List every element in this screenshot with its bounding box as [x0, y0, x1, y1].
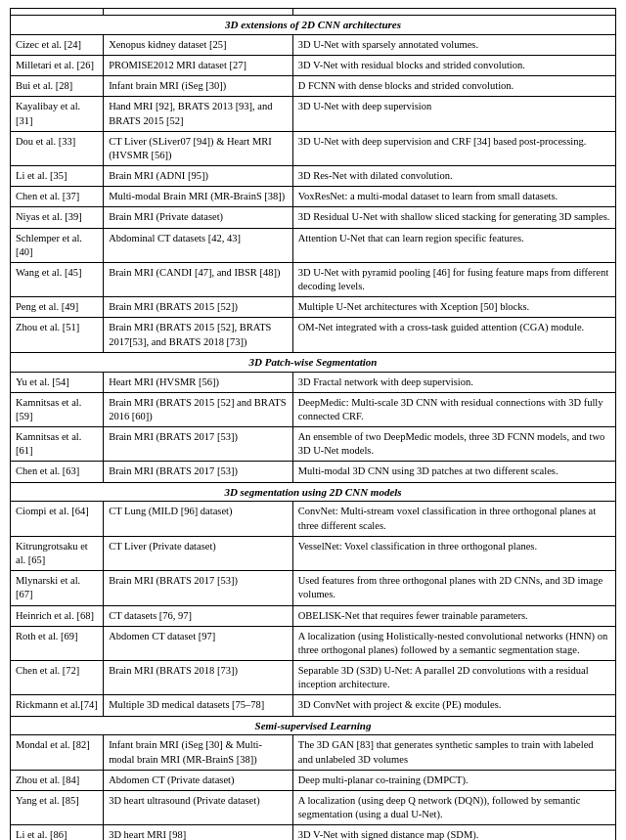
cell-reference: Bui et al. [28] [11, 76, 104, 97]
cell-remarks: Multiple U-Net architectures with Xcepti… [292, 297, 615, 318]
cell-dataset: Hand MRI [92], BRATS 2013 [93], and BRAT… [104, 97, 293, 131]
cell-reference: Chen et al. [72] [11, 661, 104, 695]
cell-reference: Li et al. [86] [11, 825, 104, 840]
cell-dataset: Brain MRI (BRATS 2018 [73]) [104, 661, 293, 695]
cell-remarks: 3D ConvNet with project & excite (PE) mo… [292, 695, 615, 716]
cell-remarks: Attention U-Net that can learn region sp… [292, 228, 615, 262]
cell-reference: Chen et al. [37] [11, 187, 104, 207]
cell-dataset: PROMISE2012 MRI dataset [27] [104, 56, 293, 76]
table-row: Zhou et al. [84]Abdomen CT (Private data… [11, 770, 616, 790]
table-row: Chen et al. [63]Brain MRI (BRATS 2017 [5… [11, 462, 616, 482]
cell-reference: Ciompi et al. [64] [11, 502, 104, 536]
cell-reference: Rickmann et al.[74] [11, 695, 104, 716]
section-header-0: 3D extensions of 2D CNN architectures [11, 16, 616, 35]
cell-remarks: VoxResNet: a multi-modal dataset to lear… [292, 187, 615, 207]
section-header-1: 3D Patch-wise Segmentation [11, 352, 616, 372]
cell-reference: Zhou et al. [51] [11, 318, 104, 352]
table-row: Zhou et al. [51]Brain MRI (BRATS 2015 [5… [11, 318, 616, 352]
cell-reference: Milletari et al. [26] [11, 56, 104, 76]
table-row: Peng et al. [49]Brain MRI (BRATS 2015 [5… [11, 297, 616, 318]
table-row: Niyas et al. [39]Brain MRI (Private data… [11, 207, 616, 228]
table-row: Kamnitsas et al. [61]Brain MRI (BRATS 20… [11, 427, 616, 462]
cell-remarks: Separable 3D (S3D) U-Net: A parallel 2D … [292, 661, 615, 695]
cell-remarks: ConvNet: Multi-stream voxel classificati… [292, 502, 615, 536]
cell-reference: Yang et al. [85] [11, 790, 104, 824]
table-row: Roth et al. [69]Abdomen CT dataset [97]A… [11, 626, 616, 660]
cell-remarks: An ensemble of two DeepMedic models, thr… [292, 427, 615, 462]
cell-reference: Schlemper et al. [40] [11, 228, 104, 262]
cell-remarks: DeepMedic: Multi-scale 3D CNN with resid… [292, 392, 615, 426]
table-row: Heinrich et al. [68]CT datasets [76, 97]… [11, 605, 616, 626]
cell-reference: Chen et al. [63] [11, 462, 104, 482]
cell-remarks: A localization (using Holistically-neste… [292, 626, 615, 660]
cell-reference: Kamnitsas et al. [61] [11, 427, 104, 462]
table-row: Kitrungrotsaku et al. [65]CT Liver (Priv… [11, 536, 616, 570]
cell-remarks: Used features from three orthogonal plan… [292, 571, 615, 605]
cell-dataset: Brain MRI (CANDI [47], and IBSR [48]) [104, 262, 293, 296]
table-row: Milletari et al. [26]PROMISE2012 MRI dat… [11, 56, 616, 76]
cell-reference: Peng et al. [49] [11, 297, 104, 318]
cell-dataset: Heart MRI (HVSMR [56]) [104, 372, 293, 392]
table-row: Mlynarski et al. [67]Brain MRI (BRATS 20… [11, 571, 616, 605]
cell-reference: Kitrungrotsaku et al. [65] [11, 536, 104, 570]
cell-remarks: VesselNet: Voxel classification in three… [292, 536, 615, 570]
cell-reference: Niyas et al. [39] [11, 207, 104, 228]
cell-reference: Mlynarski et al. [67] [11, 571, 104, 605]
cell-reference: Kamnitsas et al. [59] [11, 392, 104, 426]
cell-dataset: Brain MRI (BRATS 2017 [53]) [104, 427, 293, 462]
cell-dataset: Abdomen CT dataset [97] [104, 626, 293, 660]
col-remarks [292, 9, 615, 16]
cell-remarks: 3D U-Net with pyramid pooling [46] for f… [292, 262, 615, 296]
cell-remarks: The 3D GAN [83] that generates synthetic… [292, 735, 615, 770]
cell-remarks: OBELISK-Net that requires fewer trainabl… [292, 605, 615, 626]
cell-reference: Roth et al. [69] [11, 626, 104, 660]
cell-reference: Li et al. [35] [11, 166, 104, 187]
cell-dataset: Infant brain MRI (iSeg [30]) [104, 76, 293, 97]
cell-remarks: Multi-modal 3D CNN using 3D patches at t… [292, 462, 615, 482]
section-header-3: Semi-supervised Learning [11, 716, 616, 735]
cell-dataset: Brain MRI (BRATS 2015 [52], BRATS 2017[5… [104, 318, 293, 352]
cell-dataset: Abdominal CT datasets [42, 43] [104, 228, 293, 262]
table-row: Dou et al. [33]CT Liver (SLiver07 [94]) … [11, 131, 616, 165]
table-row: Chen et al. [37]Multi-modal Brain MRI (M… [11, 187, 616, 207]
cell-dataset: Brain MRI (BRATS 2015 [52]) [104, 297, 293, 318]
table-row: Mondal et al. [82]Infant brain MRI (iSeg… [11, 735, 616, 770]
cell-dataset: Brain MRI (Private dataset) [104, 207, 293, 228]
section-header-2: 3D segmentation using 2D CNN models [11, 482, 616, 502]
table-row: Kayalibay et al. [31]Hand MRI [92], BRAT… [11, 97, 616, 131]
cell-remarks: 3D U-Net with deep supervision and CRF [… [292, 131, 615, 165]
cell-remarks: 3D U-Net with deep supervision [292, 97, 615, 131]
cell-reference: Dou et al. [33] [11, 131, 104, 165]
cell-remarks: OM-Net integrated with a cross-task guid… [292, 318, 615, 352]
cell-dataset: Brain MRI (BRATS 2015 [52] and BRATS 201… [104, 392, 293, 426]
cell-dataset: CT Liver (SLiver07 [94]) & Heart MRI (HV… [104, 131, 293, 165]
cell-remarks: 3D V-Net with residual blocks and stride… [292, 56, 615, 76]
cell-reference: Wang et al. [45] [11, 262, 104, 296]
cell-reference: Yu et al. [54] [11, 372, 104, 392]
cell-dataset: 3D heart MRI [98] [104, 825, 293, 840]
col-reference [11, 9, 104, 16]
table-row: Bui et al. [28]Infant brain MRI (iSeg [3… [11, 76, 616, 97]
cell-remarks: A localization (using deep Q network (DQ… [292, 790, 615, 824]
table-row: Wang et al. [45]Brain MRI (CANDI [47], a… [11, 262, 616, 296]
cell-dataset: CT datasets [76, 97] [104, 605, 293, 626]
cell-dataset: 3D heart ultrasound (Private dataset) [104, 790, 293, 824]
cell-dataset: Infant brain MRI (iSeg [30] & Multi-moda… [104, 735, 293, 770]
cell-remarks: 3D U-Net with sparsely annotated volumes… [292, 34, 615, 55]
cell-reference: Zhou et al. [84] [11, 770, 104, 790]
cell-remarks: 3D Res-Net with dilated convolution. [292, 166, 615, 187]
cell-reference: Kayalibay et al. [31] [11, 97, 104, 131]
table-row: Kamnitsas et al. [59]Brain MRI (BRATS 20… [11, 392, 616, 426]
cell-dataset: Multiple 3D medical datasets [75–78] [104, 695, 293, 716]
table-row: Yang et al. [85]3D heart ultrasound (Pri… [11, 790, 616, 824]
table-row: Li et al. [86]3D heart MRI [98]3D V-Net … [11, 825, 616, 840]
table-row: Chen et al. [72]Brain MRI (BRATS 2018 [7… [11, 661, 616, 695]
cell-remarks: D FCNN with dense blocks and strided con… [292, 76, 615, 97]
cell-dataset: Brain MRI (BRATS 2017 [53]) [104, 571, 293, 605]
cell-dataset: Abdomen CT (Private dataset) [104, 770, 293, 790]
table-row: Schlemper et al. [40]Abdominal CT datase… [11, 228, 616, 262]
cell-remarks: 3D Residual U-Net with shallow sliced st… [292, 207, 615, 228]
cell-dataset: Multi-modal Brain MRI (MR-BrainS [38]) [104, 187, 293, 207]
cell-reference: Mondal et al. [82] [11, 735, 104, 770]
cell-dataset: Brain MRI (BRATS 2017 [53]) [104, 462, 293, 482]
